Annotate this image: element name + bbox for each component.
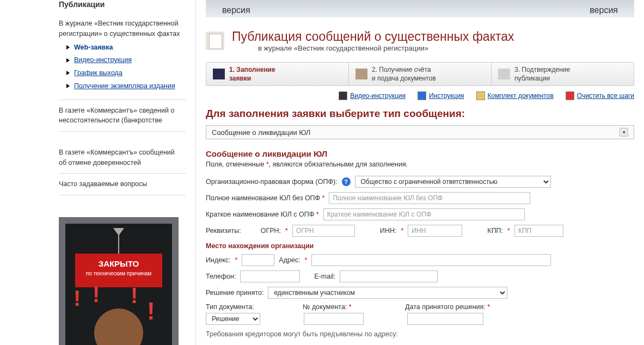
opf-select[interactable]: Общество с ограниченной ответственностью: [355, 176, 551, 188]
step-1[interactable]: 1. Заполнение заявки: [206, 63, 349, 85]
address-label: Адрес:: [279, 256, 300, 264]
sidebar-block-bankrupt[interactable]: В газете «Коммерсантъ» сведений о несост…: [59, 100, 186, 132]
chevron-right-icon: [66, 71, 70, 75]
exclaim-icon: !: [131, 284, 138, 308]
ogrn-label: ОГРН:: [261, 227, 281, 235]
doc-type-select[interactable]: Решение: [206, 313, 260, 325]
chevron-right-icon: [66, 58, 70, 63]
decision-select[interactable]: единственным участником: [268, 287, 507, 299]
full-name-label: Полное наименование ЮЛ без ОПФ *: [206, 194, 324, 202]
top-banner: версия версия: [206, 0, 634, 17]
phone-label: Телефон:: [206, 273, 236, 280]
kpp-input[interactable]: [514, 225, 563, 237]
help-link-video[interactable]: Видео-инструкция: [339, 91, 406, 100]
sidebar-block-faq[interactable]: Часто задаваемые вопросы: [59, 174, 186, 195]
doc-date-label: Дата принятого решения: *: [405, 303, 490, 311]
sidebar-item-web[interactable]: Web-заявка: [66, 42, 186, 53]
newspaper-icon: [498, 69, 510, 79]
sidebar-item-label[interactable]: Получение экземпляра издания: [74, 81, 175, 91]
email-label: E-mail:: [314, 273, 335, 280]
inn-input[interactable]: [408, 225, 462, 237]
short-name-label: Краткое наименование ЮЛ с ОПФ *: [206, 211, 319, 218]
ogrn-input[interactable]: [292, 225, 355, 237]
doc-num-label: № документа: *: [303, 303, 401, 311]
application-form: Организационно-правовая форма (ОПФ): ? О…: [206, 176, 634, 338]
requisites-label: Реквизиты:: [206, 227, 241, 235]
help-tooltip-icon[interactable]: ?: [342, 177, 351, 186]
short-name-input[interactable]: [323, 208, 525, 220]
index-label: Индекс:: [206, 256, 230, 264]
page-title: Публикация сообщений о существенных факт…: [232, 29, 514, 44]
full-name-input[interactable]: [329, 192, 530, 204]
closed-banner: ЗАКРЫТО по техническим причинам ! ! ! !: [59, 217, 179, 345]
chevron-down-icon: ▾: [620, 128, 628, 137]
laptop-icon: [213, 69, 225, 79]
sidebar-item-schedule[interactable]: График выхода: [66, 68, 186, 78]
email-input[interactable]: [340, 270, 438, 282]
sidebar-item-video[interactable]: Видео-инструкция: [66, 55, 186, 65]
sidebar-item-label[interactable]: График выхода: [74, 68, 122, 78]
doc-num-input[interactable]: [304, 313, 364, 325]
sidebar-item-copy[interactable]: Получение экземпляра издания: [66, 81, 186, 91]
help-link-clear[interactable]: Очистить все шаги: [566, 91, 634, 100]
video-icon: [339, 91, 347, 100]
sidebar-item-label[interactable]: Web-заявка: [74, 42, 113, 53]
calculator-icon: [355, 69, 367, 79]
address-heading: Место нахождения организации: [206, 242, 634, 250]
sidebar-block-journal: В журнале «Вестник государственной регис…: [59, 13, 186, 100]
form-heading: Для заполнения заявки выберите тип сообщ…: [206, 108, 634, 120]
kpp-label: КПП:: [487, 227, 503, 235]
chevron-right-icon: [66, 45, 70, 50]
steps-nav: 1. Заполнение заявки 2. Получение счёта …: [206, 62, 634, 86]
help-link-docs[interactable]: Комплект документов: [476, 91, 554, 100]
exclaim-icon: !: [93, 282, 100, 307]
sidebar-block-powerofatt[interactable]: В газете «Коммерсантъ» сообщений об отме…: [59, 132, 186, 174]
sidebar-heading: Публикации: [59, 0, 186, 9]
clear-icon: [566, 91, 574, 100]
sidebar-item-label[interactable]: Видео-инструкция: [74, 55, 132, 65]
step-3[interactable]: 3. Подтверждение публикации: [492, 63, 634, 85]
main-content: версия версия Публикация сообщений о сущ…: [196, 0, 644, 345]
required-note: Поля, отмеченные *, являются обязательны…: [206, 161, 634, 168]
avatar-head: [94, 309, 143, 345]
message-type-select[interactable]: Сообщение о ликвидации ЮЛ ▾: [206, 125, 634, 139]
doc-date-input[interactable]: [407, 313, 483, 325]
exclaim-icon: !: [73, 286, 81, 311]
phone-input[interactable]: [240, 270, 300, 282]
closed-sign: ЗАКРЫТО по техническим причинам: [75, 254, 162, 287]
inn-label: ИНН:: [380, 227, 397, 235]
opf-label: Организационно-правовая форма (ОПФ):: [206, 178, 338, 186]
sidebar: Публикации В журнале «Вестник государств…: [0, 0, 196, 345]
document-icon: [206, 32, 224, 50]
help-link-manual[interactable]: Инструкция: [418, 91, 464, 100]
footer-cut-text: Требования кредиторов могут быть предъяв…: [206, 330, 634, 338]
exclaim-icon: !: [147, 298, 155, 325]
page-subtitle: в журнале «Вестник государственной регис…: [258, 44, 514, 52]
help-icon: [418, 91, 426, 100]
chevron-right-icon: [66, 84, 70, 88]
index-input[interactable]: [242, 254, 274, 266]
decision-label: Решение принято:: [206, 289, 263, 297]
address-input[interactable]: [311, 254, 551, 266]
doc-type-label: Тип документа:: [206, 303, 298, 311]
docs-icon: [476, 91, 485, 100]
step-2[interactable]: 2. Получение счёта и подача документов: [349, 63, 492, 85]
subsection-title: Сообщение о ликвидации ЮЛ: [206, 149, 634, 158]
help-links: Видео-инструкция Инструкция Комплект док…: [206, 91, 634, 100]
